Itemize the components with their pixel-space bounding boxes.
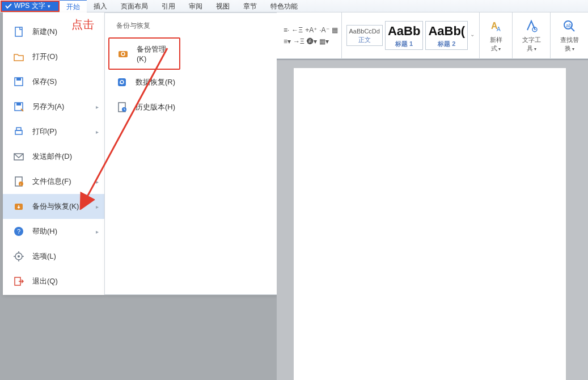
tab-1[interactable]: 插入 (87, 0, 114, 12)
borders-icon[interactable]: ▦▾ (319, 37, 329, 45)
texttool-group: 文字工具▾ (513, 12, 551, 59)
find-replace-icon: ab (562, 19, 577, 33)
menu-item-help[interactable]: ?帮助(H)▸ (3, 219, 104, 244)
svg-rect-7 (15, 130, 22, 134)
mail-icon (13, 151, 24, 162)
app-menu-panel: 新建(N)打开(O)保存(S)另存为(A)▸打印(P)▸发送邮件(D)i文件信息… (3, 12, 105, 295)
menu-item-exit[interactable]: 退出(Q) (3, 269, 104, 294)
menu-item-label: 发送邮件(D) (32, 151, 72, 162)
backup-icon (13, 201, 24, 212)
tab-3[interactable]: 引用 (155, 0, 182, 12)
file-new-icon (13, 26, 24, 37)
menu-item-print[interactable]: 打印(P)▸ (3, 119, 104, 144)
fill-color-icon[interactable]: 🅐▾ (307, 37, 317, 45)
menu-item-label: 打开(O) (32, 52, 58, 62)
paragraph-icons: ≡· ←Ξ +A⁺ ·A⁻ ▦ ≡▾ →Ξ 🅐▾ ▦▾ (284, 26, 338, 45)
tab-0[interactable]: 开始 (60, 0, 87, 12)
backup-mgr-icon (117, 48, 129, 60)
chevron-right-icon: ▸ (96, 129, 99, 135)
svg-text:A: A (497, 26, 501, 32)
file-info-icon: i (13, 176, 24, 187)
paragraph-group: ≡· ←Ξ +A⁺ ·A⁻ ▦ ≡▾ →Ξ 🅐▾ ▦▾ (280, 12, 342, 59)
print-icon (13, 126, 24, 137)
text-tool-icon (524, 19, 539, 33)
data-recover-icon (116, 77, 128, 88)
chevron-right-icon: ▸ (96, 104, 99, 110)
menu-item-label: 新建(N) (32, 27, 57, 37)
chevron-right-icon: ▸ (96, 229, 99, 235)
submenu-item-label: 历史版本(H) (136, 102, 175, 112)
exit-icon (13, 276, 24, 287)
menu-item-backup[interactable]: 备份与恢复(K)▸ (3, 194, 104, 219)
border-icon[interactable]: ▦ (332, 26, 338, 34)
style-sample: AaBb( (428, 24, 465, 38)
menu-item-label: 退出(Q) (32, 276, 58, 286)
submenu-item-history[interactable]: 历史版本(H) (105, 95, 277, 120)
svg-text:i: i (20, 183, 21, 186)
svg-text:?: ? (17, 228, 20, 235)
svg-text:ab: ab (566, 23, 572, 28)
menu-item-save[interactable]: 保存(S) (3, 69, 104, 94)
background-under-menu (3, 295, 277, 380)
menu-item-file-info[interactable]: i文件信息(F)▸ (3, 169, 104, 194)
indent-right-icon[interactable]: →Ξ (293, 37, 304, 45)
find-replace-button[interactable]: ab 查找替换▾ (554, 19, 585, 53)
app-menu-button[interactable]: WPS 文字 ▾ (1, 1, 60, 12)
style-preset[interactable]: AaBbCcDd正文 (346, 25, 383, 46)
align-icon[interactable]: ≡▾ (284, 37, 291, 45)
save-as-icon (13, 101, 24, 112)
styles-expand-icon[interactable]: ⌄ (469, 31, 476, 40)
submenu-title: 备份与恢复 (105, 13, 277, 37)
menu-item-label: 帮助(H) (32, 226, 57, 237)
menu-item-options[interactable]: 选项(L) (3, 244, 104, 269)
menu-item-label: 备份与恢复(K) (32, 201, 79, 212)
menu-item-label: 另存为(A) (32, 102, 64, 112)
page[interactable] (294, 68, 566, 380)
save-icon (13, 76, 24, 87)
menu-item-label: 文件信息(F) (32, 176, 71, 187)
submenu-item-label: 备份管理(K) (137, 44, 176, 63)
chevron-right-icon: ▸ (96, 204, 99, 210)
options-icon (13, 251, 24, 262)
style-preset[interactable]: AaBb标题 1 (385, 21, 423, 50)
text-tool-button[interactable]: 文字工具▾ (516, 19, 547, 53)
svg-rect-25 (118, 78, 126, 86)
menu-item-label: 打印(P) (32, 126, 57, 137)
tab-7[interactable]: 特色功能 (264, 0, 304, 12)
svg-point-17 (18, 255, 20, 257)
style-sample: AaBb (388, 24, 420, 38)
tab-6[interactable]: 章节 (236, 0, 264, 12)
style-label: 正文 (349, 36, 380, 44)
tab-2[interactable]: 页面布局 (114, 0, 155, 12)
svg-rect-4 (16, 78, 21, 81)
new-style-button[interactable]: AA 新样式▾ (483, 19, 509, 53)
font-decrease-icon[interactable]: ·A⁻ (319, 26, 329, 34)
tab-4[interactable]: 审阅 (182, 0, 209, 12)
menu-item-save-as[interactable]: 另存为(A)▸ (3, 94, 104, 119)
font-increase-icon[interactable]: +A⁺ (305, 26, 317, 34)
indent-icon[interactable]: ←Ξ (291, 26, 303, 34)
submenu-item-data-recover[interactable]: 数据恢复(R) (105, 70, 277, 95)
help-icon: ? (13, 226, 24, 237)
svg-rect-6 (16, 103, 21, 105)
submenu-item-backup-mgr[interactable]: 备份管理(K) (108, 37, 180, 70)
find-group: ab 查找替换▾ (551, 12, 588, 59)
folder-open-icon (13, 51, 24, 62)
menu-item-label: 保存(S) (32, 77, 57, 87)
ribbon-tabs: 开始插入页面布局引用审阅视图章节特色功能 (60, 0, 304, 12)
menu-item-mail[interactable]: 发送邮件(D) (3, 144, 104, 169)
menu-item-label: 选项(L) (32, 251, 56, 261)
newstyle-group: AA 新样式▾ (480, 12, 513, 59)
tab-5[interactable]: 视图 (209, 0, 236, 12)
titlebar: WPS 文字 ▾ 开始插入页面布局引用审阅视图章节特色功能 (0, 0, 588, 12)
style-sample: AaBbCcDd (349, 28, 380, 35)
app-menu-label: WPS 文字 (14, 1, 45, 11)
menu-item-folder-open[interactable]: 打开(O) (3, 44, 104, 69)
svg-rect-8 (16, 128, 21, 130)
chevron-right-icon: ▸ (96, 179, 99, 185)
style-preset[interactable]: AaBb(标题 2 (425, 21, 468, 50)
backup-submenu-panel: 备份与恢复 备份管理(K)数据恢复(R)历史版本(H) (104, 12, 277, 295)
list-icon[interactable]: ≡· (284, 26, 289, 34)
document-area (277, 59, 588, 380)
style-label: 标题 1 (388, 40, 420, 48)
